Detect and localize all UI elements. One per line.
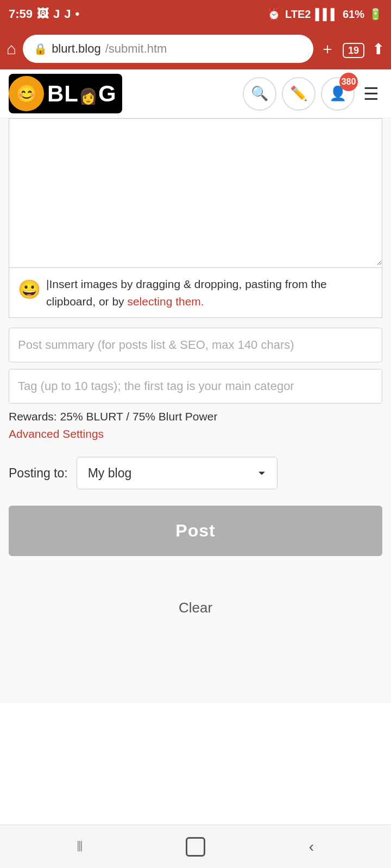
back-icon: ‹	[309, 838, 314, 856]
selecting-them-link[interactable]: selecting them.	[127, 295, 204, 308]
site-header: 😊 BL👩G 🔍 ✏️ 👤 380 ☰	[0, 69, 391, 118]
posting-row: Posting to: My blog Community	[0, 457, 391, 489]
bottom-spacer	[0, 649, 391, 703]
bottom-navigation: ⦀ ‹	[0, 825, 391, 868]
tabs-button[interactable]: 19	[343, 40, 364, 58]
header-actions: 🔍 ✏️ 👤 380 ☰	[243, 77, 382, 111]
new-tab-button[interactable]: ＋	[320, 39, 335, 59]
recent-apps-icon: ⦀	[77, 838, 83, 856]
image-hint-bar: 😀 |Insert images by dragging & dropping,…	[9, 268, 382, 318]
avatar-wrapper: 👤 380	[321, 77, 355, 111]
signal-bars-icon: ▌▌▌	[315, 8, 338, 21]
clear-section: Clear	[0, 578, 391, 649]
emoji-icon: 😀	[18, 276, 41, 303]
editor-area[interactable]	[9, 118, 382, 268]
photo-icon: 🖼	[37, 7, 49, 21]
browser-actions: ＋ 19 ⬆	[320, 39, 384, 59]
home-nav-icon	[186, 837, 205, 857]
dot-icon: •	[75, 7, 80, 21]
url-bar[interactable]: 🔒 blurt.blog/submit.htm	[23, 35, 313, 63]
search-button[interactable]: 🔍	[243, 77, 276, 111]
signal-label: LTE2	[285, 8, 311, 21]
main-content: 😀 |Insert images by dragging & dropping,…	[0, 118, 391, 703]
back-button[interactable]: ‹	[295, 831, 327, 863]
logo-text: BL👩G	[47, 81, 117, 107]
time: 7:59	[9, 7, 33, 21]
clear-button[interactable]: Clear	[179, 599, 212, 616]
logo-avatar-icon: 👩	[79, 88, 98, 105]
edit-button[interactable]: ✏️	[282, 77, 316, 111]
logo-badge: 😊 BL👩G	[9, 74, 122, 113]
hamburger-menu-button[interactable]: ☰	[360, 84, 382, 104]
post-button[interactable]: Post	[9, 506, 382, 556]
url-path: /submit.htm	[105, 42, 167, 56]
tab-count: 19	[343, 43, 364, 58]
posting-to-label: Posting to:	[9, 466, 68, 481]
upload-button[interactable]: ⬆	[372, 40, 384, 58]
status-left: 7:59 🖼 J J •	[9, 7, 79, 21]
home-nav-button[interactable]	[179, 831, 212, 863]
logo-area: 😊 BL👩G	[9, 74, 122, 113]
posting-to-select[interactable]: My blog Community	[77, 457, 278, 489]
sim-icon: J	[53, 7, 60, 21]
status-bar: 7:59 🖼 J J • ⏰ LTE2 ▌▌▌ 61% 🔋	[0, 0, 391, 28]
lock-icon: 🔒	[34, 42, 47, 55]
browser-bar: ⌂ 🔒 blurt.blog/submit.htm ＋ 19 ⬆	[0, 28, 391, 69]
alarm-icon: ⏰	[267, 8, 281, 21]
notification-badge: 380	[339, 73, 358, 91]
rewards-text: Rewards: 25% BLURT / 75% Blurt Power	[9, 410, 382, 423]
url-domain: blurt.blog	[52, 42, 101, 56]
blurt-logo-icon: 😊	[9, 76, 44, 111]
status-right: ⏰ LTE2 ▌▌▌ 61% 🔋	[267, 8, 382, 21]
battery-icon: 🔋	[369, 8, 382, 21]
post-summary-input[interactable]	[9, 328, 382, 362]
browser-home-button[interactable]: ⌂	[7, 40, 16, 58]
form-section: Rewards: 25% BLURT / 75% Blurt Power Adv…	[0, 318, 391, 441]
sim2-icon: J	[64, 7, 71, 21]
image-hint-text: |Insert images by dragging & dropping, p…	[46, 276, 373, 310]
recent-apps-button[interactable]: ⦀	[64, 831, 96, 863]
post-button-wrapper: Post	[0, 506, 391, 556]
advanced-settings-link[interactable]: Advanced Settings	[9, 427, 382, 441]
post-body-input[interactable]	[9, 119, 382, 265]
tags-input[interactable]	[9, 369, 382, 404]
battery-label: 61%	[343, 8, 364, 21]
